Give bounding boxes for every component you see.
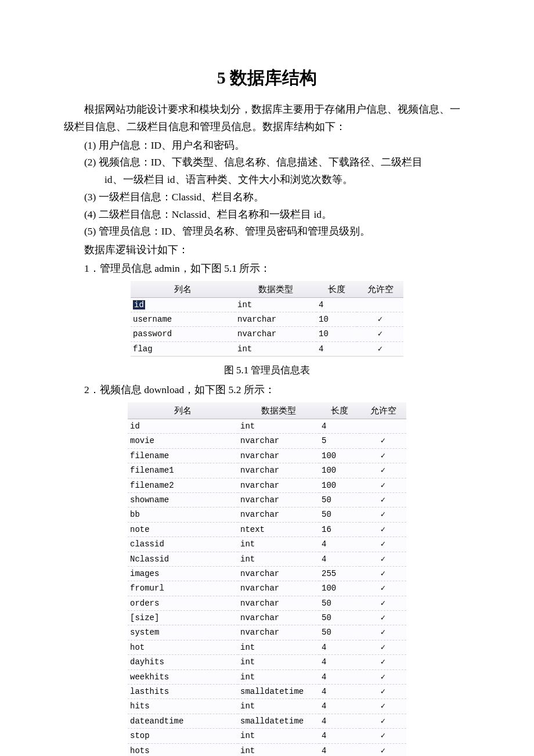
cell-data-type: nvarchar [235,312,316,326]
cell-allow-null: ✓ [357,341,403,356]
cell-allow-null: ✓ [360,463,406,478]
check-icon: ✓ [379,685,387,698]
intro-paragraph: 根据网站功能设计要求和模块划分，数据库主要用于存储用户信息、视频信息、一级栏目信… [64,101,470,136]
cell-allow-null: ✓ [360,537,406,552]
table-row: fromurlnvarchar100✓ [128,581,406,596]
cell-allow-null: ✓ [357,327,403,341]
cell-column-name: hits [128,699,238,714]
th-allow-null: 允许空 [360,402,406,419]
cell-column-name: flag [131,341,235,356]
cell-data-type: int [238,537,319,552]
cell-data-type: nvarchar [235,327,316,341]
cell-column-name: fromurl [128,581,238,596]
cell-length: 100 [319,448,360,463]
table-row: imagesnvarchar255✓ [128,566,406,581]
cell-column-name: filename [128,448,238,463]
table-row: filename1nvarchar100✓ [128,463,406,478]
check-icon: ✓ [379,715,387,728]
cell-allow-null: ✓ [360,596,406,610]
table-row: ordersnvarchar50✓ [128,596,406,610]
check-icon: ✓ [379,597,387,610]
cell-column-name: orders [128,596,238,610]
cell-allow-null: ✓ [360,522,406,537]
cell-allow-null: ✓ [360,478,406,492]
table-row: flagint4✓ [131,341,403,356]
cell-allow-null: ✓ [360,552,406,566]
th-allow-null: 允许空 [357,281,403,298]
cell-length: 50 [319,596,360,610]
cell-length: 10 [316,312,357,326]
check-icon: ✓ [379,611,387,624]
cell-column-name: showname [128,492,238,507]
check-icon: ✓ [379,582,387,595]
check-icon: ✓ [379,626,387,639]
cell-allow-null: ✓ [360,492,406,507]
table-row: Nclassidint4✓ [128,552,406,566]
list-item-continuation: id、一级栏目 id、语言种类、文件大小和浏览次数等。 [84,171,470,189]
cell-length: 50 [319,611,360,625]
cell-allow-null: ✓ [360,714,406,728]
cell-allow-null: ✓ [360,640,406,654]
cell-column-name: weekhits [128,669,238,684]
cell-allow-null: ✓ [360,669,406,684]
table-row: [size]nvarchar50✓ [128,611,406,625]
cell-column-name: stop [128,729,238,743]
cell-data-type: nvarchar [238,478,319,492]
check-icon: ✓ [379,656,387,668]
table-row: shownamenvarchar50✓ [128,492,406,507]
admin-table-caption: 图 5.1 管理员信息表 [64,362,470,378]
cell-column-name: note [128,522,238,537]
cell-data-type: int [238,552,319,566]
th-data-type: 数据类型 [235,281,316,298]
table-row: stopint4✓ [128,729,406,743]
cell-data-type: int [235,297,316,312]
download-table: 列名 数据类型 长度 允许空 idint4movienvarchar5✓file… [128,402,406,756]
check-icon: ✓ [379,479,387,492]
cell-length: 4 [319,655,360,669]
table-row: idint4 [128,419,406,434]
cell-allow-null: ✓ [360,448,406,463]
cell-column-name: id [131,297,235,312]
cell-length: 4 [319,640,360,654]
check-icon: ✓ [379,700,387,712]
cell-allow-null: ✓ [360,729,406,743]
cell-column-name: filename1 [128,463,238,478]
check-icon: ✓ [379,494,387,506]
cell-column-name: [size] [128,611,238,625]
check-icon: ✓ [379,729,387,742]
cell-length: 50 [319,507,360,522]
cell-column-name: images [128,566,238,581]
cell-column-name: dateandtime [128,714,238,728]
cell-data-type: nvarchar [238,566,319,581]
th-col-name: 列名 [131,281,235,298]
cell-column-name: id [128,419,238,434]
cell-column-name: Nclassid [128,552,238,566]
cell-data-type: nvarchar [238,581,319,596]
cell-allow-null: ✓ [360,581,406,596]
table-row: dateandtimesmalldatetime4✓ [128,714,406,728]
cell-allow-null: ✓ [360,566,406,581]
table-row: hotint4✓ [128,640,406,654]
cell-length: 50 [319,492,360,507]
cell-data-type: nvarchar [238,463,319,478]
cell-allow-null: ✓ [360,625,406,640]
cell-column-name: lasthits [128,685,238,699]
table-row: lasthitssmalldatetime4✓ [128,685,406,699]
cell-length: 4 [319,669,360,684]
cell-data-type: int [238,640,319,654]
table-row: hotsint4✓ [128,743,406,756]
cell-column-name: password [131,327,235,341]
check-icon: ✓ [379,508,387,521]
cell-data-type: smalldatetime [238,714,319,728]
cell-length: 100 [319,463,360,478]
table-row: usernamenvarchar10✓ [131,312,403,326]
check-icon: ✓ [379,449,387,462]
list-item: (4) 二级栏目信息：Nclassid、栏目名称和一级栏目 id。 [84,206,470,224]
check-icon: ✓ [376,343,384,355]
cell-column-name: system [128,625,238,640]
cell-allow-null: ✓ [360,743,406,756]
cell-data-type: nvarchar [238,611,319,625]
cell-allow-null: ✓ [357,312,403,326]
check-icon: ✓ [379,641,387,654]
cell-data-type: nvarchar [238,492,319,507]
